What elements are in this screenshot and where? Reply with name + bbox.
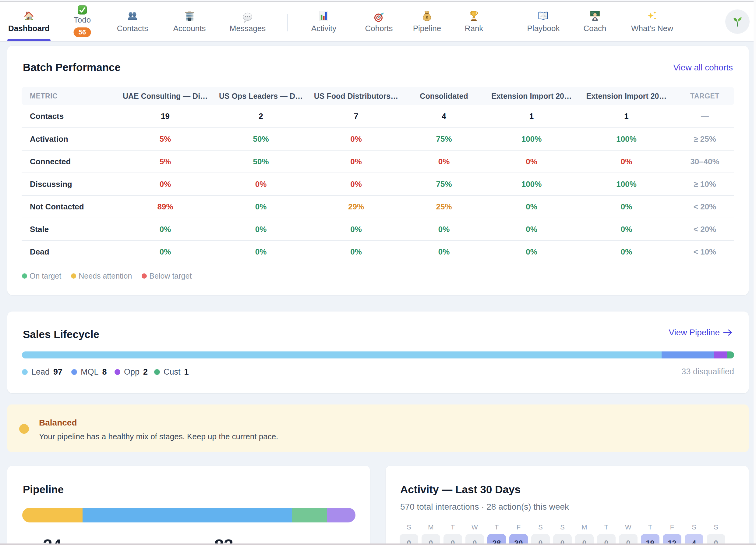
svg-text:$: $ (426, 15, 429, 20)
